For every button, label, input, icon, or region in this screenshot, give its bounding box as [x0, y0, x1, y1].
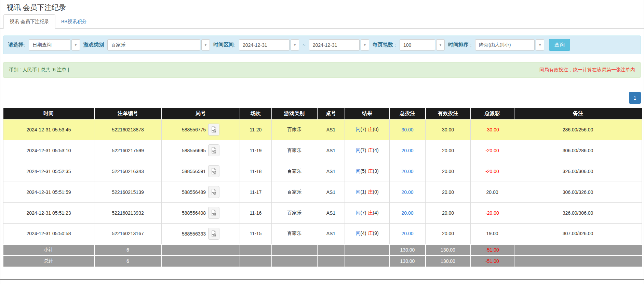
betting-records-table: 时间 注单编号 局号 场次 游戏类别 桌号 结果 总投注 有效投注 总派彩 备注… — [3, 108, 642, 267]
grand-total-count: 6 — [94, 255, 162, 267]
video-replay-button[interactable] — [208, 228, 219, 240]
round-id-value: 588556775 — [182, 127, 206, 132]
video-replay-button[interactable] — [208, 144, 219, 156]
banker-result-score: (4) — [373, 147, 379, 153]
chevron-down-icon[interactable]: ▼ — [536, 39, 544, 51]
date-to-value: 2024-12-31 — [309, 39, 360, 51]
result-cell: 闲(7)庄(4) — [345, 202, 390, 223]
column-header-payout: 总派彩 — [471, 108, 514, 119]
column-header-table-no: 桌号 — [317, 108, 345, 119]
result-cell: 闲(5)庄(3) — [345, 161, 390, 182]
game-type-cell: 百家乐 — [272, 161, 317, 182]
payout-cell: -20.00 — [471, 140, 514, 161]
valid-bet-cell: 30.00 — [426, 119, 471, 140]
page-size-select[interactable]: 100 ▼ — [400, 39, 445, 51]
bet-id-cell: 522160216343 — [94, 161, 162, 182]
tab-bb-video-points[interactable]: BB视讯积分 — [55, 15, 93, 28]
filter-bar: 请选择: 日期查询 ▼ 游戏类别 百家乐 ▼ 时间区间: 2024-12-31 … — [3, 36, 641, 54]
result-cell: 闲(1)庄(0) — [345, 182, 390, 202]
round-id-cell: 588556775 — [162, 119, 240, 140]
date-to-select[interactable]: 2024-12-31 ▼ — [309, 39, 369, 51]
video-replay-button[interactable] — [208, 186, 219, 198]
game-type-select[interactable]: 百家乐 ▼ — [107, 39, 210, 51]
total-bet-cell: 20.00 — [390, 223, 426, 244]
page: 视讯 会员下注纪录 视讯 会员下注纪录 BB视讯积分 请选择: 日期查询 ▼ 游… — [0, 0, 644, 284]
round-id-value: 588556408 — [182, 210, 206, 216]
chevron-down-icon[interactable]: ▼ — [291, 39, 299, 51]
footer-empty-cell — [345, 244, 390, 255]
footer-empty-cell — [240, 244, 272, 255]
remark-cell: 326.00/306.00 — [514, 161, 642, 182]
banker-result-label: 庄 — [368, 210, 373, 215]
column-header-remark: 备注 — [514, 108, 642, 119]
player-result-score: (4) — [360, 230, 366, 236]
table-row: 2024-12-31 05:50:58 522160213167 5885563… — [3, 223, 642, 244]
chevron-down-icon[interactable]: ▼ — [71, 39, 80, 51]
round-id-cell: 588556408 — [162, 202, 240, 223]
banker-result-label: 庄 — [368, 168, 373, 174]
video-replay-button[interactable] — [208, 124, 219, 136]
banker-result-label: 庄 — [368, 147, 373, 153]
payout-cell: 20.00 — [471, 182, 514, 202]
player-result-label: 闲 — [355, 189, 360, 195]
query-type-label: 请选择: — [8, 42, 25, 48]
footer-empty-cell — [162, 244, 240, 255]
remark-cell: 306.00/326.00 — [514, 182, 642, 202]
table-row: 2024-12-31 05:52:35 522160216343 5885565… — [3, 161, 642, 182]
banker-result-score: (0) — [373, 189, 379, 195]
time-cell: 2024-12-31 05:53:10 — [3, 140, 94, 161]
video-replay-button[interactable] — [208, 165, 219, 177]
banker-result-score: (3) — [373, 168, 379, 174]
round-id-value: 588556489 — [182, 189, 206, 195]
total-bet-link[interactable]: 20.00 — [401, 169, 413, 174]
chevron-down-icon[interactable]: ▼ — [201, 39, 210, 51]
query-type-select[interactable]: 日期查询 ▼ — [29, 39, 80, 51]
bet-id-cell: 522160215139 — [94, 182, 162, 202]
player-result-score: (5) — [360, 168, 366, 174]
total-bet-link[interactable]: 20.00 — [401, 210, 413, 216]
player-result-label: 闲 — [355, 230, 360, 236]
player-result-label: 闲 — [355, 127, 360, 132]
total-bet-link[interactable]: 20.00 — [401, 231, 413, 236]
search-button[interactable]: 查询 — [549, 39, 570, 51]
total-bet-cell: 20.00 — [390, 161, 426, 182]
game-type-cell: 百家乐 — [272, 202, 317, 223]
tab-bar: 视讯 会员下注纪录 BB视讯积分 — [0, 15, 644, 29]
game-type-cell: 百家乐 — [272, 182, 317, 202]
result-cell: 闲(7)庄(0) — [345, 119, 390, 140]
film-document-icon — [211, 147, 217, 154]
subtotal-total-bet: 130.00 — [390, 244, 426, 255]
total-bet-link[interactable]: 20.00 — [401, 189, 413, 195]
session-cell: 11-18 — [240, 161, 272, 182]
payout-cell: -30.00 — [471, 119, 514, 140]
player-result-label: 闲 — [355, 168, 360, 174]
grand-total-label: 总计 — [3, 255, 94, 267]
chevron-down-icon[interactable]: ▼ — [436, 39, 445, 51]
film-document-icon — [211, 189, 217, 195]
time-cell: 2024-12-31 05:53:45 — [3, 119, 94, 140]
column-header-round-id: 局号 — [162, 108, 240, 119]
total-bet-link[interactable]: 30.00 — [401, 127, 413, 132]
grand-total-row: 总计 6 130.00 130.00 -51.00 — [3, 255, 642, 267]
records-table-container: 时间 注单编号 局号 场次 游戏类别 桌号 结果 总投注 有效投注 总派彩 备注… — [3, 108, 641, 267]
query-type-value: 日期查询 — [29, 39, 70, 51]
session-cell: 11-15 — [240, 223, 272, 244]
total-bet-link[interactable]: 20.00 — [401, 148, 413, 153]
grand-total-valid-bet: 130.00 — [426, 255, 471, 267]
time-cell: 2024-12-31 05:52:35 — [3, 161, 94, 182]
page-title: 视讯 会员下注纪录 — [6, 3, 644, 12]
time-cell: 2024-12-31 05:50:58 — [3, 223, 94, 244]
tab-betting-records[interactable]: 视讯 会员下注纪录 — [3, 14, 55, 29]
video-replay-button[interactable] — [208, 207, 219, 219]
footer-empty-cell — [272, 244, 317, 255]
date-from-select[interactable]: 2024-12-31 ▼ — [239, 39, 299, 51]
page-1-button[interactable]: 1 — [629, 92, 641, 104]
film-document-icon — [211, 168, 217, 174]
sort-select[interactable]: 降冪(由大到小) ▼ — [475, 39, 544, 51]
table-row: 2024-12-31 05:53:10 522160217599 5885566… — [3, 140, 642, 161]
subtotal-row: 小计 6 130.00 130.00 -51.00 — [3, 244, 642, 255]
valid-bet-cell: 20.00 — [426, 161, 471, 182]
chevron-down-icon[interactable]: ▼ — [361, 39, 369, 51]
player-result-score: (7) — [360, 127, 366, 132]
film-document-icon — [211, 230, 217, 237]
